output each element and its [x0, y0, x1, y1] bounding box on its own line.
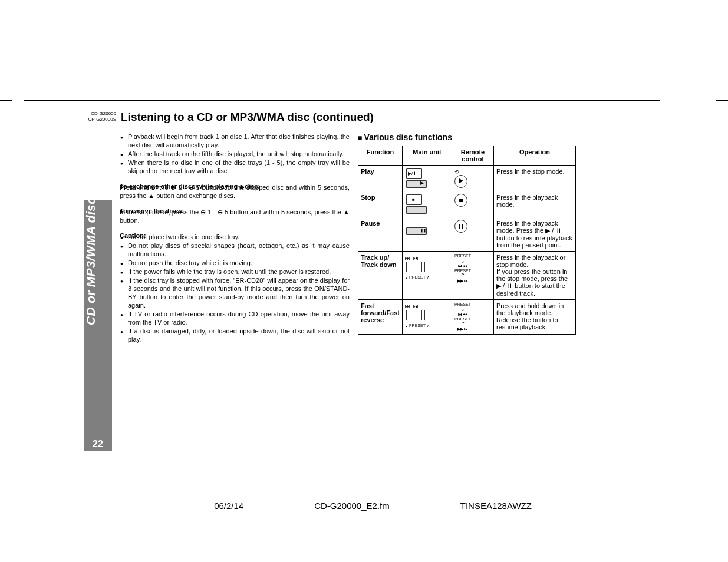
- heading-remove: To remove the discs:: [120, 207, 350, 207]
- main-unit-track-icon: ⏮ ⏭ ∨ PRESET ∧: [403, 252, 452, 300]
- table-row: Stop ■ Press in the playback mode.: [358, 191, 576, 217]
- page-number: 22: [84, 439, 112, 449]
- side-section-label: CD or MP3/WMA disc Playback: [84, 138, 98, 325]
- remote-preset-icon: PRESET⌄⏮ ◀◀PRESET⌃▶▶ ⏭: [452, 252, 494, 300]
- table-row: Pause ❚❚ Press in the playback mode. Pre…: [358, 217, 576, 252]
- remote-stop-icon: [452, 191, 494, 217]
- intro-bullets: Playback will begin from track 1 on disc…: [120, 133, 350, 175]
- remote-pause-icon: [452, 217, 494, 252]
- heading-exchange: To exchange other discs while playing a …: [120, 182, 350, 183]
- main-unit-pause-icon: ❚❚: [403, 217, 452, 252]
- footer-date: 06/2/14: [214, 501, 243, 511]
- main-unit-play-icon: ▶/⏸ ▶: [403, 166, 452, 191]
- th-remote: Remote control: [452, 146, 494, 166]
- th-function: Function: [358, 146, 403, 166]
- subheading-functions: Various disc functions: [358, 133, 582, 142]
- main-unit-stop-icon: ■: [403, 191, 452, 217]
- text-remove: In the stop mode, press the ⊖ 1 - ⊖ 5 bu…: [120, 208, 350, 224]
- functions-table: Function Main unit Remote control Operat…: [358, 146, 576, 335]
- caution-bullets: Do not place two discs in one disc tray.…: [120, 233, 350, 343]
- table-row: Fast forward/Fast reverse ⏮ ⏭ ∨ PRESET ∧…: [358, 300, 576, 335]
- table-row: Play ▶/⏸ ▶ ⟲ Press in the stop mode.: [358, 166, 576, 191]
- heading-caution: Caution:: [120, 232, 350, 232]
- main-unit-ff-icon: ⏮ ⏭ ∨ PRESET ∧: [403, 300, 452, 335]
- footer-file: CD-G20000_E2.fm: [314, 501, 390, 511]
- remote-preset-icon-2: PRESET⌄⏮ ◀◀PRESET⌃▶▶ ⏭: [452, 300, 494, 335]
- left-column: Playback will begin from track 1 on disc…: [120, 133, 350, 347]
- text-exchange: Press one of the ⊖ 1 - ⊖ 5 buttons for t…: [120, 183, 350, 200]
- remote-play-icon: ⟲: [452, 166, 494, 191]
- right-column: Various disc functions Function Main uni…: [358, 133, 582, 335]
- th-main-unit: Main unit: [403, 146, 452, 166]
- footer: 06/2/14 CD-G20000_E2.fm TINSEA128AWZZ: [85, 501, 660, 511]
- page-title: Listening to a CD or MP3/WMA disc (conti…: [121, 111, 374, 124]
- th-operation: Operation: [494, 146, 576, 166]
- footer-code: TINSEA128AWZZ: [460, 501, 532, 511]
- model-codes: CD-G20000CP-G20000S: [84, 111, 116, 123]
- table-row: Track up/ Track down ⏮ ⏭ ∨ PRESET ∧ PRES…: [358, 252, 576, 300]
